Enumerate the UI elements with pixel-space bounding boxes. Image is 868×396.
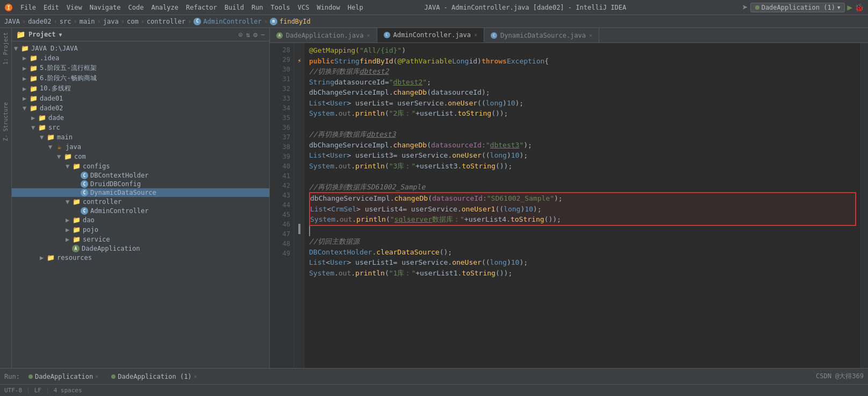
locate-icon[interactable]: ⊙ [239,31,243,39]
menu-help[interactable]: Help [345,3,367,12]
tree-stage5-arrow: ▶ [23,65,29,72]
tree-dbcontextholder[interactable]: C DBContextHolder [12,171,269,180]
tree-dao[interactable]: ▶ 📁 dao [12,215,269,225]
tree-threads[interactable]: ▶ 📁 10.多线程 [12,83,269,94]
tree-dade01[interactable]: ▶ 📁 dade01 [12,94,269,103]
tree-stage6-arrow: ▶ [23,75,29,82]
project-panel: 📁 Project ▼ ⊙ ⇅ ⚙ − ▼ 📁 JAVA D:\JAVA ▶ 📁 [12,28,270,368]
tree-pojo[interactable]: ▶ 📁 pojo [12,225,269,235]
tab-dynamicdatasource[interactable]: C DynamicDataSource.java ✕ [484,28,599,43]
bc-dade02[interactable]: dade02 [28,18,51,25]
code-editor[interactable]: 28 29 30 31 32 33 34 35 36 37 38 39 40 4… [270,43,868,368]
menu-window[interactable]: Window [313,3,343,12]
project-dropdown-icon[interactable]: ▼ [59,32,62,38]
menu-build[interactable]: Build [221,3,247,12]
tree-com[interactable]: ▼ 📁 com [12,152,269,161]
menu-refactor[interactable]: Refactor [183,3,220,12]
tab-dadeapp-close[interactable]: ✕ [367,32,370,38]
expand-icon[interactable]: ⇅ [246,31,250,39]
menu-tools[interactable]: Tools [268,3,293,12]
tree-dade01-label: dade01 [40,95,63,102]
run-tab-2[interactable]: DadeApplication (1) ✕ [107,372,201,381]
tree-dade[interactable]: ▶ 📁 dade [12,113,269,123]
tree-dade02-icon: 📁 [29,104,38,112]
tree-admincontroller-label: AdminController [90,207,148,215]
code-line-44: System.out.println("sqlserver数据库："+userL… [310,214,855,225]
tree-controller-icon: 📁 [72,197,81,206]
tab-adminctrl-close[interactable]: ✕ [474,32,477,38]
tree-main-icon: 📁 [46,133,55,142]
tree-dadeapplication-arrow [66,245,72,252]
tree-dade-arrow: ▶ [31,114,38,122]
project-strip-label[interactable]: 1: Project [2,30,10,67]
bc-src[interactable]: src [60,18,71,25]
menu-view[interactable]: View [63,3,85,12]
menu-analyze[interactable]: Analyze [148,3,182,12]
run-icon[interactable]: ▶ [847,2,852,12]
bc-controller[interactable]: controller [147,18,185,25]
project-title: Project [28,31,56,38]
tree-stage5[interactable]: ▶ 📁 5.阶段五-流行框架 [12,63,269,73]
tree-service-icon: 📁 [72,235,81,244]
settings-icon[interactable]: ⚙ [253,31,257,39]
structure-strip-label[interactable]: Z- Structure [2,100,10,143]
menu-file[interactable]: File [17,3,39,12]
code-line-42: dbChangeServiceImpl.changeDb( datasource… [310,193,855,204]
tree-dynamicdatasource[interactable]: C DynamicDataSource [12,188,269,197]
tab-dadeapplication[interactable]: A DadeApplication.java ✕ [270,28,377,43]
tree-dadeapplication[interactable]: A DadeApplication [12,244,269,253]
minimize-icon[interactable]: − [261,31,265,39]
tree-src[interactable]: ▼ 📁 src [12,123,269,132]
tree-druiddbconfig-icon: C [81,180,88,188]
bc-admincontroller[interactable]: AdminController [203,18,261,25]
tree-dao-arrow: ▶ [66,216,72,224]
navigate-back-icon[interactable]: ➤ [742,2,748,13]
run-tab-close-1[interactable]: ✕ [95,373,98,379]
line-gutter: ⚡ [294,43,305,368]
tab-dynamic-close[interactable]: ✕ [589,32,592,38]
tree-stage6-label: 6.阶段六-畅购商城 [40,74,97,83]
bc-java2[interactable]: java [103,18,119,25]
breadcrumb: JAVA › dade02 › src › main › java › com … [0,15,868,28]
svg-text:I: I [7,5,10,11]
code-line-30: //切换到数据库dbtest2 [309,66,856,77]
tree-main[interactable]: ▼ 📁 main [12,132,269,142]
menu-edit[interactable]: Edit [40,3,62,12]
tree-stage6[interactable]: ▶ 📁 6.阶段六-畅购商城 [12,73,269,83]
tree-idea[interactable]: ▶ 📁 .idea [12,53,269,63]
tree-java[interactable]: ▼ ☕ java [12,142,269,152]
tree-java-root-arrow: ▼ [14,45,20,52]
debug-icon[interactable]: 🐞 [855,3,864,12]
menu-code[interactable]: Code [125,3,147,12]
tree-dade02[interactable]: ▼ 📁 dade02 [12,103,269,113]
run-tab-1[interactable]: DadeApplication ✕ [24,372,103,381]
tree-java-label: java [66,143,81,151]
tree-dbcontextholder-arrow [74,172,81,179]
tree-com-icon: 📁 [63,152,72,161]
tree-idea-icon: 📁 [29,54,38,62]
tree-controller[interactable]: ▼ 📁 controller [12,197,269,207]
run-tab-close-2[interactable]: ✕ [194,373,197,379]
run-config-dropdown-icon[interactable]: ▼ [837,5,840,10]
tree-configs[interactable]: ▼ 📁 configs [12,161,269,171]
project-header: 📁 Project ▼ ⊙ ⇅ ⚙ − [12,28,269,41]
code-content[interactable]: @GetMapping("All/{id}") public String fi… [305,43,860,368]
tree-druiddbconfig[interactable]: C DruidDBConfig [12,180,269,188]
bc-java[interactable]: JAVA [4,18,20,25]
bc-main[interactable]: main [80,18,95,25]
bc-com[interactable]: com [127,18,139,25]
tab-admincontroller[interactable]: C AdminController.java ✕ [377,28,485,43]
tree-resources[interactable]: ▶ 📁 resources [12,253,269,263]
tree-admincontroller[interactable]: C AdminController [12,207,269,215]
tree-service[interactable]: ▶ 📁 service [12,235,269,244]
menu-vcs[interactable]: VCS [295,3,313,12]
tree-java-icon: ☕ [55,143,63,151]
tree-java-root[interactable]: ▼ 📁 JAVA D:\JAVA [12,44,269,53]
bc-findbyid[interactable]: findById [279,18,311,25]
menu-run[interactable]: Run [248,3,267,12]
code-line-46: //切回主数据源 [309,236,856,247]
menu-navigate[interactable]: Navigate [87,3,124,12]
run-config-button[interactable]: DadeApplication (1) ▼ [750,3,845,12]
csdn-label: CSDN @大得369 [816,372,864,381]
tab-bar: A DadeApplication.java ✕ C AdminControll… [270,28,868,43]
